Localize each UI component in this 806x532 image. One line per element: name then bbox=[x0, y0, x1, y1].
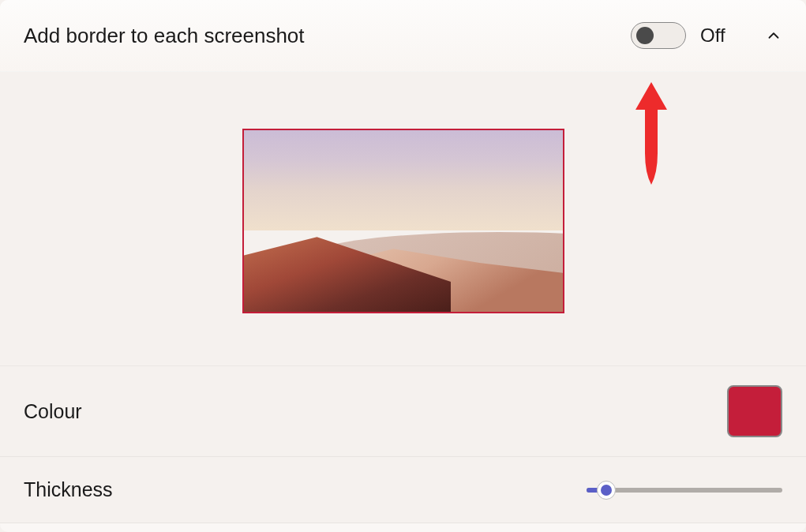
setting-title: Add border to each screenshot bbox=[24, 24, 631, 48]
thickness-row: Thickness bbox=[0, 457, 806, 523]
header-row[interactable]: Add border to each screenshot Off bbox=[0, 0, 806, 72]
thickness-label: Thickness bbox=[24, 478, 587, 501]
settings-list: Colour Thickness bbox=[0, 365, 806, 523]
chevron-up-icon[interactable] bbox=[765, 27, 782, 44]
slider-track bbox=[587, 488, 782, 493]
thickness-slider[interactable] bbox=[587, 481, 782, 499]
toggle-knob bbox=[636, 27, 654, 44]
slider-thumb[interactable] bbox=[597, 481, 616, 500]
content-body: Colour Thickness bbox=[0, 72, 806, 523]
colour-label: Colour bbox=[24, 400, 727, 423]
settings-panel: Add border to each screenshot Off bbox=[0, 0, 806, 532]
colour-row: Colour bbox=[0, 366, 806, 457]
colour-picker-button[interactable] bbox=[727, 385, 782, 437]
toggle-group: Off bbox=[631, 22, 782, 49]
toggle-state-label: Off bbox=[700, 24, 732, 47]
border-toggle[interactable] bbox=[631, 22, 686, 49]
preview-image bbox=[242, 129, 564, 313]
preview-area bbox=[0, 72, 806, 365]
